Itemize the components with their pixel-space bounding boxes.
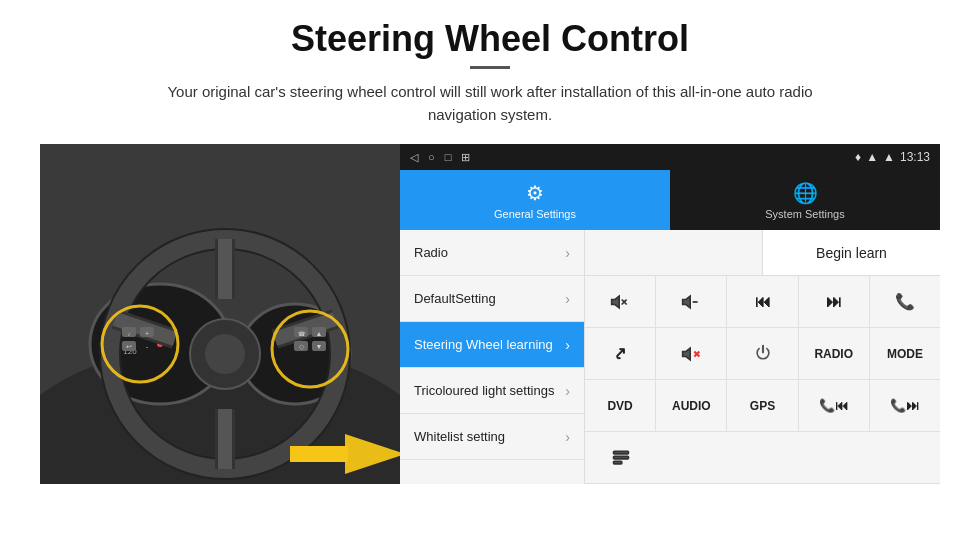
nav-home[interactable]: ○ (428, 151, 435, 163)
mode-label: MODE (887, 347, 923, 361)
steering-wheel-image: 120 (40, 144, 400, 484)
tel-prev-icon: 📞⏮ (819, 398, 848, 413)
chevron-icon: › (565, 291, 570, 307)
nav-back[interactable]: ◁ (410, 151, 418, 164)
audio-label: AUDIO (672, 399, 711, 413)
audio-button[interactable]: AUDIO (656, 380, 727, 431)
controls-row-1: + - ⏮ (585, 276, 940, 328)
svg-rect-48 (613, 456, 628, 459)
tab-system[interactable]: 🌐 System Settings (670, 170, 940, 230)
page-container: Steering Wheel Control Your original car… (0, 0, 980, 549)
svg-point-17 (205, 334, 245, 374)
page-title: Steering Wheel Control (291, 18, 689, 60)
title-divider (470, 66, 510, 69)
chevron-icon: › (565, 245, 570, 261)
menu-tricoloured-label: Tricoloured light settings (414, 383, 554, 398)
controls-row-3: DVD AUDIO GPS 📞⏮ (585, 380, 940, 432)
controls-row-2: ↩ (585, 328, 940, 380)
clock: 13:13 (900, 150, 930, 164)
next-icon: ⏭ (826, 293, 842, 311)
gps-label: GPS (750, 399, 775, 413)
general-settings-icon: ⚙ (526, 181, 544, 205)
svg-text:+: + (623, 297, 627, 303)
tab-system-label: System Settings (765, 208, 844, 220)
next-track-button[interactable]: ⏭ (799, 276, 870, 327)
prev-icon: ⏮ (755, 293, 771, 311)
hang-up-button[interactable]: ↩ (585, 328, 656, 379)
gps-button[interactable]: GPS (727, 380, 798, 431)
radio-label: RADIO (814, 347, 853, 361)
status-bar-nav: ◁ ○ □ ⊞ (410, 151, 470, 164)
tel-next-icon: 📞⏭ (890, 398, 919, 413)
controls-top: Begin learn (585, 230, 940, 276)
svg-marker-41 (683, 296, 691, 308)
location-icon: ♦ (855, 150, 861, 164)
mode-button[interactable]: MODE (870, 328, 940, 379)
menu-defaultsetting-label: DefaultSetting (414, 291, 496, 306)
svg-text:▲: ▲ (316, 330, 323, 337)
vol-up-button[interactable]: + (585, 276, 656, 327)
power-button[interactable] (727, 328, 798, 379)
menu-whitelist-label: Whitelist setting (414, 429, 505, 444)
controls-row-4 (585, 432, 940, 484)
system-settings-icon: 🌐 (793, 181, 818, 205)
page-subtitle: Your original car's steering wheel contr… (140, 81, 840, 126)
menu-item-whitelist[interactable]: Whitelist setting › (400, 414, 584, 460)
svg-text:♪: ♪ (128, 331, 131, 337)
menu-item-tricoloured[interactable]: Tricoloured light settings › (400, 368, 584, 414)
menu-radio-label: Radio (414, 245, 448, 260)
wifi-icon: ▲ (866, 150, 878, 164)
dvd-button[interactable]: DVD (585, 380, 656, 431)
dvd-label: DVD (607, 399, 632, 413)
svg-rect-36 (290, 446, 348, 462)
menu-item-defaultsetting[interactable]: DefaultSetting › (400, 276, 584, 322)
nav-recent[interactable]: □ (445, 151, 452, 163)
radio-button[interactable]: RADIO (799, 328, 870, 379)
svg-text:-: - (694, 297, 696, 303)
mute-button[interactable] (656, 328, 727, 379)
content-row: 120 (40, 144, 940, 484)
controls-grid: + - ⏮ (585, 276, 940, 484)
main-area: Radio › DefaultSetting › Steering Wheel … (400, 230, 940, 484)
signal-icon: ▲ (883, 150, 895, 164)
status-bar-info: ♦ ▲ ▲ 13:13 (855, 150, 930, 164)
tel-next-button[interactable]: 📞⏭ (870, 380, 940, 431)
cast-btn[interactable]: ⊞ (461, 151, 470, 164)
svg-text:▼: ▼ (316, 343, 323, 350)
svg-marker-44 (683, 348, 691, 360)
svg-text:+: + (145, 330, 149, 337)
phone-button[interactable]: 📞 (870, 276, 940, 327)
tab-general-label: General Settings (494, 208, 576, 220)
chevron-icon: › (565, 337, 570, 353)
prev-track-button[interactable]: ⏮ (727, 276, 798, 327)
svg-rect-47 (613, 451, 628, 454)
svg-text:☎: ☎ (298, 331, 306, 337)
tel-prev-button[interactable]: 📞⏮ (799, 380, 870, 431)
svg-text:↩: ↩ (126, 343, 132, 350)
begin-learn-button[interactable]: Begin learn (763, 230, 940, 275)
menu-item-radio[interactable]: Radio › (400, 230, 584, 276)
svg-marker-37 (612, 296, 620, 308)
controls-panel: Begin learn + (585, 230, 940, 484)
empty-input-box (585, 230, 763, 275)
phone-icon: 📞 (895, 292, 915, 311)
menu-item-steering[interactable]: Steering Wheel learning › (400, 322, 584, 368)
chevron-icon: › (565, 429, 570, 445)
hangup-icon: ↩ (609, 342, 632, 365)
tab-general[interactable]: ⚙ General Settings (400, 170, 670, 230)
android-panel: ◁ ○ □ ⊞ ♦ ▲ ▲ 13:13 ⚙ General Settings (400, 144, 940, 484)
menu-steering-label: Steering Wheel learning (414, 337, 553, 352)
chevron-icon: › (565, 383, 570, 399)
status-bar: ◁ ○ □ ⊞ ♦ ▲ ▲ 13:13 (400, 144, 940, 170)
menu-extra-button[interactable] (585, 432, 656, 483)
vol-down-button[interactable]: - (656, 276, 727, 327)
svg-rect-49 (613, 461, 621, 464)
tab-bar: ⚙ General Settings 🌐 System Settings (400, 170, 940, 230)
menu-list: Radio › DefaultSetting › Steering Wheel … (400, 230, 585, 484)
